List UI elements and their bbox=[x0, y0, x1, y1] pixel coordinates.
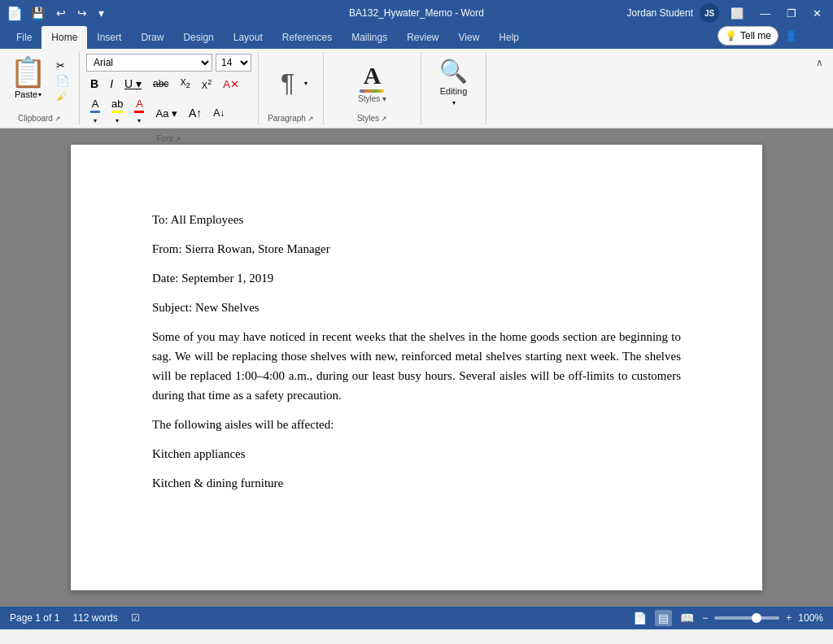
grow-font-button[interactable]: A↑ bbox=[185, 105, 206, 121]
clipboard-label: Clipboard ↗ bbox=[18, 112, 61, 123]
doc-item1: Kitchen appliances bbox=[152, 444, 681, 463]
tab-design[interactable]: Design bbox=[173, 26, 223, 49]
editing-dropdown-icon: ▾ bbox=[452, 99, 456, 107]
font-color-red-button[interactable]: A ▾ bbox=[130, 96, 148, 130]
tab-home[interactable]: Home bbox=[41, 26, 87, 49]
ribbon-collapse-button[interactable]: ∧ bbox=[813, 55, 826, 70]
tell-me-box[interactable]: 💡 Tell me bbox=[717, 26, 778, 46]
tab-file[interactable]: File bbox=[7, 26, 41, 49]
word-icon: 📄 bbox=[7, 6, 23, 21]
zoom-minus[interactable]: − bbox=[702, 612, 708, 624]
tab-draw[interactable]: Draw bbox=[131, 26, 173, 49]
clipboard-expand-icon[interactable]: ↗ bbox=[55, 115, 61, 123]
editing-search-icon: 🔍 bbox=[439, 60, 468, 83]
ribbon-tab-bar: File Home Insert Draw Design Layout Refe… bbox=[0, 26, 833, 49]
font-family-select[interactable]: Arial bbox=[86, 54, 212, 72]
clipboard-small-buttons: ✂ 📄 🖌 bbox=[53, 54, 72, 103]
tab-view[interactable]: View bbox=[449, 26, 490, 49]
font-size-select[interactable]: 14 bbox=[216, 54, 251, 72]
italic-button[interactable]: I bbox=[106, 76, 117, 92]
tab-review[interactable]: Review bbox=[397, 26, 448, 49]
web-layout-view-button[interactable]: ▤ bbox=[655, 610, 672, 626]
share-icon: 👤 bbox=[785, 30, 797, 41]
font-color-button[interactable]: A ▾ bbox=[86, 96, 104, 130]
subscript-button[interactable]: X2 bbox=[176, 76, 194, 91]
zoom-thumb bbox=[752, 613, 761, 623]
lightbulb-icon: 💡 bbox=[725, 30, 737, 41]
quick-redo-button[interactable]: ↪ bbox=[74, 5, 90, 21]
font-color-dropdown-icon: ▾ bbox=[94, 117, 97, 124]
title-bar-left: 📄 💾 ↩ ↪ ▾ bbox=[7, 5, 107, 21]
title-text: BA132_Hywater_Memo - Word bbox=[349, 7, 484, 19]
strikethrough-button[interactable]: abc bbox=[149, 76, 172, 91]
paste-button[interactable]: 📋 Paste ▾ bbox=[7, 54, 50, 101]
document-container: To: All Employees From: Sierra Rowan, St… bbox=[0, 128, 833, 607]
tab-insert[interactable]: Insert bbox=[87, 26, 131, 49]
doc-subject: Subject: New Shelves bbox=[152, 298, 681, 317]
title-bar: 📄 💾 ↩ ↪ ▾ BA132_Hywater_Memo - Word Jord… bbox=[0, 0, 833, 26]
superscript-button[interactable]: X2 bbox=[198, 76, 216, 92]
tab-layout[interactable]: Layout bbox=[224, 26, 273, 49]
quick-undo-button[interactable]: ↩ bbox=[53, 5, 69, 21]
doc-from: From: Sierra Rowan, Store Manager bbox=[152, 239, 681, 259]
font-label: Font ↗ bbox=[156, 133, 181, 143]
ribbon: 📋 Paste ▾ ✂ 📄 🖌 Clipboard ↗ Arial bbox=[0, 49, 833, 128]
highlight-icon: ab bbox=[111, 98, 123, 110]
immersive-reader-button[interactable]: 📖 bbox=[678, 610, 696, 626]
proofing-icon: ☑ bbox=[131, 612, 140, 624]
editing-label: Editing bbox=[440, 86, 468, 96]
font-color-red-underline bbox=[134, 111, 144, 113]
font-color-red-a: A bbox=[136, 98, 143, 110]
editing-group: 🔍 Editing ▾ . bbox=[421, 52, 486, 124]
zoom-plus[interactable]: + bbox=[786, 612, 792, 624]
tell-me-label: Tell me bbox=[740, 30, 771, 41]
cut-button[interactable]: ✂ bbox=[53, 59, 72, 72]
underline-button[interactable]: U ▾ bbox=[120, 76, 146, 92]
share-label: Share bbox=[800, 30, 826, 41]
bold-button[interactable]: B bbox=[86, 76, 102, 92]
paragraph-group: ¶ ▾ Paragraph ↗ bbox=[259, 52, 324, 124]
format-painter-button[interactable]: 🖌 bbox=[53, 89, 72, 103]
styles-color-bar bbox=[360, 89, 384, 93]
paste-dropdown-icon: ▾ bbox=[38, 91, 41, 98]
copy-button[interactable]: 📄 bbox=[53, 74, 72, 88]
styles-group: A Styles ▾ Styles ↗ bbox=[324, 52, 421, 124]
paste-label: Paste bbox=[15, 89, 37, 99]
close-button[interactable]: ✕ bbox=[808, 6, 826, 21]
quick-more-button[interactable]: ▾ bbox=[95, 5, 107, 21]
zoom-slider[interactable] bbox=[714, 616, 779, 620]
font-group: Arial 14 B I U ▾ abc X2 X2 A✕ A ▾ bbox=[80, 52, 259, 124]
user-avatar: JS bbox=[700, 3, 719, 23]
doc-date: Date: September 1, 2019 bbox=[152, 268, 681, 288]
styles-icon: A bbox=[364, 63, 382, 88]
highlight-color-button[interactable]: ab ▾ bbox=[107, 96, 127, 130]
paragraph-dropdown-icon: ▾ bbox=[304, 80, 307, 87]
paragraph-expand-icon[interactable]: ↗ bbox=[307, 115, 314, 123]
share-button[interactable]: 👤 Share bbox=[785, 30, 826, 41]
doc-to: To: All Employees bbox=[152, 210, 681, 229]
paste-icon: 📋 bbox=[10, 55, 46, 89]
print-layout-view-button[interactable]: 📄 bbox=[631, 610, 648, 626]
quick-save-button[interactable]: 💾 bbox=[28, 5, 48, 21]
status-bar: Page 1 of 1 112 words ☑ 📄 ▤ 📖 − + 100% bbox=[0, 607, 833, 629]
highlight-dropdown-icon: ▾ bbox=[116, 117, 119, 124]
tab-mailings[interactable]: Mailings bbox=[342, 26, 397, 49]
font-expand-icon[interactable]: ↗ bbox=[175, 135, 181, 143]
shrink-font-button[interactable]: A↓ bbox=[209, 106, 229, 120]
minimize-button[interactable]: — bbox=[755, 6, 775, 21]
styles-expand-icon[interactable]: ↗ bbox=[381, 115, 387, 123]
styles-label: Styles ↗ bbox=[357, 112, 387, 123]
user-name: Jordan Student bbox=[627, 7, 693, 19]
clipboard-group: 📋 Paste ▾ ✂ 📄 🖌 Clipboard ↗ bbox=[0, 52, 80, 124]
tab-help[interactable]: Help bbox=[489, 26, 529, 49]
ribbon-display-button[interactable]: ⬜ bbox=[726, 6, 748, 21]
title-bar-right: Jordan Student JS ⬜ — ❐ ✕ bbox=[627, 3, 826, 23]
maximize-button[interactable]: ❐ bbox=[782, 6, 801, 21]
font-color-red-dropdown-icon: ▾ bbox=[137, 117, 141, 124]
clear-format-button[interactable]: A✕ bbox=[219, 76, 243, 92]
tab-references[interactable]: References bbox=[273, 26, 342, 49]
paragraph-button[interactable]: ¶ bbox=[274, 65, 301, 102]
doc-body1: Some of you may have noticed in recent w… bbox=[152, 327, 681, 405]
paragraph-label: Paragraph ↗ bbox=[268, 112, 314, 123]
change-case-button[interactable]: Aa ▾ bbox=[151, 106, 181, 121]
